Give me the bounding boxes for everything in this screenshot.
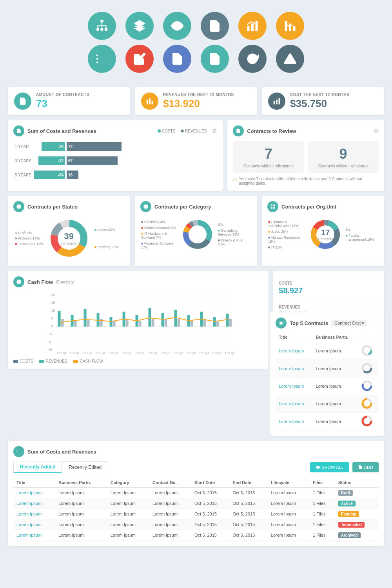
status-donut-card: Contracts per Status ■ Draft 9% ■ Archiv… xyxy=(8,196,130,266)
edit-doc-icon[interactable] xyxy=(201,45,229,73)
status-legend-right: ■ Active 33% ■ Pending 28% xyxy=(94,228,118,249)
svg-text:FY1 Q4: FY1 Q4 xyxy=(96,352,105,355)
sum-table-col: Start Date xyxy=(191,478,229,488)
category-legend-left: ■ Electricity 4% ■ Market research 5% ■ … xyxy=(141,220,178,249)
add-document-icon[interactable] xyxy=(201,12,229,40)
row-title: Lorem Ipsum xyxy=(13,519,55,530)
org-center-label: Contracts xyxy=(318,237,333,241)
table-row: Lorem Ipsum Lorem Ipsum Lorem Ipsum Lore… xyxy=(13,488,379,498)
svg-rect-87 xyxy=(113,321,116,327)
show-all-button[interactable]: SHOW ALL xyxy=(310,462,349,472)
status-donut-svg: 39 Contracts xyxy=(47,217,91,260)
org-center: 17 Contracts xyxy=(318,228,333,241)
svg-text:15: 15 xyxy=(51,301,55,305)
row-status: Pending xyxy=(335,509,379,519)
contracts-stat-icon xyxy=(14,93,31,110)
org-chart-icon[interactable] xyxy=(88,12,116,40)
contracts-label: AMOUNT OF CONTRACTS xyxy=(36,93,89,97)
sum-chart-settings-button[interactable]: ⚙ xyxy=(212,128,217,134)
row-start: Oct 5, 2015 xyxy=(191,519,229,530)
edit-icon[interactable] xyxy=(125,45,154,73)
review-text-2: Contracts without milestones xyxy=(312,164,374,168)
row-title: Lorem Ipsum xyxy=(13,509,55,519)
list-icon[interactable] xyxy=(88,45,116,73)
svg-rect-83 xyxy=(87,319,90,327)
category-donut-body: ■ Electricity 4% ■ Market research 5% ■ … xyxy=(140,217,252,252)
svg-point-136 xyxy=(16,453,17,454)
costs-stat-icon xyxy=(268,93,285,110)
table-row: Lorem Ipsum Lorem Ipsum Lorem Ipsum Lore… xyxy=(13,509,379,519)
top5-chart-cell xyxy=(358,360,379,377)
layers-icon[interactable] xyxy=(125,12,154,40)
sum-table-card: Sum of Costs and Revenues Recently Added… xyxy=(8,441,384,546)
svg-point-43 xyxy=(143,204,148,209)
row-end: Oct 5, 2015 xyxy=(229,519,267,530)
status-legend-left: ■ Draft 9% ■ Archived 13% ■ Terminated 1… xyxy=(15,231,44,246)
svg-text:5: 5 xyxy=(51,316,53,320)
svg-rect-97 xyxy=(178,319,180,327)
review-box-1: 7 Contracts without milestones xyxy=(233,141,304,173)
warning-icon-small: ⚠ xyxy=(233,177,237,182)
svg-text:FY4 Q2: FY4 Q2 xyxy=(225,352,235,355)
row-contact: Lorem Ipsum xyxy=(149,519,191,530)
top5-chart-cell xyxy=(358,377,379,395)
row-category: Lorem Ipsum xyxy=(107,509,149,519)
cf-costs-stat: COSTS $8.927 xyxy=(279,276,379,300)
sum-table: TitleBusiness Partn.CategoryContact No.S… xyxy=(13,478,379,541)
svg-text:FY1 Q1: FY1 Q1 xyxy=(57,352,67,355)
tab-recently-edited[interactable]: Recently Edited xyxy=(62,461,108,473)
costs-value: $35.750 xyxy=(290,98,350,110)
review-text-1: Contracts without milestones xyxy=(238,164,299,168)
svg-text:FY2 Q3: FY2 Q3 xyxy=(135,352,144,355)
status-terminated: ■ Terminated 17% xyxy=(15,242,44,246)
category-legend-right: 6% ■ Consulting Services 33% ■ Energy & … xyxy=(218,223,251,246)
svg-text:FY2 Q1: FY2 Q1 xyxy=(109,352,118,355)
top5-badge[interactable]: Contract Cost ▾ xyxy=(331,320,367,327)
sum-table-col: Title xyxy=(13,478,55,488)
bar-row-3years: 3 YEARS -32 67 xyxy=(15,155,216,166)
row-partner: Lorem Ipsum xyxy=(55,488,107,498)
svg-rect-103 xyxy=(216,321,219,327)
add-button[interactable]: ADD xyxy=(352,462,379,472)
tabs-row: Recently Added Recently Edited SHOW ALL … xyxy=(13,461,379,473)
document-icon[interactable] xyxy=(163,45,191,73)
svg-text:FY1 Q3: FY1 Q3 xyxy=(83,352,93,355)
icon-row-2 xyxy=(31,45,361,73)
svg-rect-104 xyxy=(226,314,229,327)
svg-rect-29 xyxy=(147,100,148,104)
svg-point-23 xyxy=(96,58,98,60)
row-status: Archived xyxy=(335,530,379,541)
eye-icon[interactable] xyxy=(163,12,191,40)
bar-chart-legend: COSTS REVENUES ⚙ xyxy=(158,128,217,134)
svg-rect-32 xyxy=(274,101,275,104)
row-partner: Lorem Ipsum xyxy=(55,530,107,541)
status-pending: ■ Pending 28% xyxy=(94,245,118,249)
bar-row-5years: 5 YEARS -84 16 xyxy=(15,169,216,180)
cat-other6: 6% xyxy=(218,223,251,227)
svg-text:-5: -5 xyxy=(49,332,52,336)
contracts-value: 73 xyxy=(36,98,89,110)
tab-recently-added[interactable]: Recently Added xyxy=(13,461,62,473)
svg-point-0 xyxy=(100,20,103,23)
bar-chart-down-icon[interactable] xyxy=(276,12,304,40)
refresh-icon[interactable] xyxy=(238,45,267,73)
svg-point-3 xyxy=(105,28,108,31)
svg-rect-91 xyxy=(139,321,142,327)
stats-row: AMOUNT OF CONTRACTS 73 REVENUES THE NEXT… xyxy=(0,81,392,115)
svg-text:FY3 Q2: FY3 Q2 xyxy=(174,352,183,355)
row-lifecycle: Lorem Ipsum xyxy=(268,530,310,541)
svg-rect-85 xyxy=(100,319,103,327)
warning-triangle-icon[interactable] xyxy=(276,45,304,73)
bar-chart-up-icon[interactable] xyxy=(238,12,267,40)
review-num-2: 9 xyxy=(312,146,374,162)
cat-energy: ■ Energy & Fuel 28% xyxy=(218,238,251,246)
category-donut-card: Contracts per Category ■ Electricity 4% … xyxy=(135,196,257,266)
cf-revenues-label: REVENUES xyxy=(279,305,379,309)
top5-chart-cell xyxy=(358,342,379,360)
top5-partner-cell: Lorem Ipsum xyxy=(313,342,359,360)
svg-rect-52 xyxy=(271,205,272,206)
org-donut-body: ■ Finance & Administration 15% ■ Sales 2… xyxy=(267,217,379,252)
stat-card-costs: COST THE NEXT 12 MONTHS $35.750 xyxy=(262,87,384,115)
review-title: Contracts to Review xyxy=(247,128,296,134)
review-settings-button[interactable]: ⚙ xyxy=(374,128,379,134)
